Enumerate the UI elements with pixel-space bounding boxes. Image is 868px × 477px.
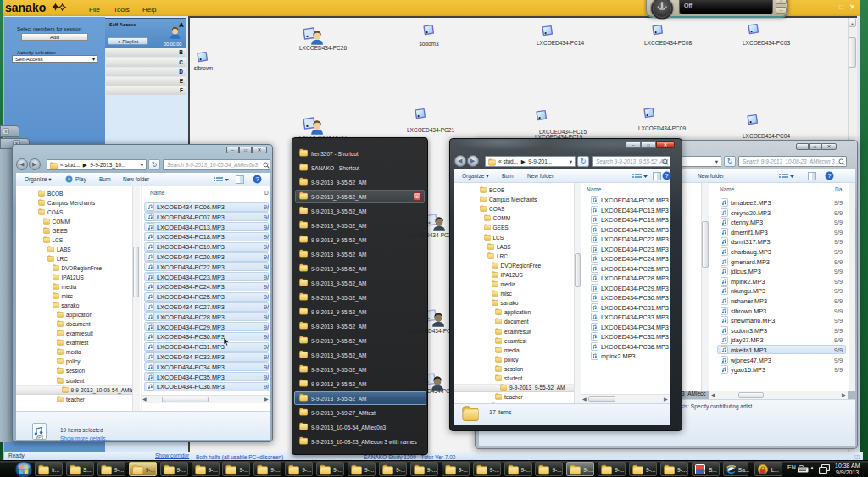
svg-text:?: ? [665,172,669,180]
svg-text:MP3: MP3 [36,435,44,440]
svg-text:?: ? [255,175,259,183]
svg-text:?: ? [827,172,832,180]
svg-text:5: 5 [702,468,705,474]
